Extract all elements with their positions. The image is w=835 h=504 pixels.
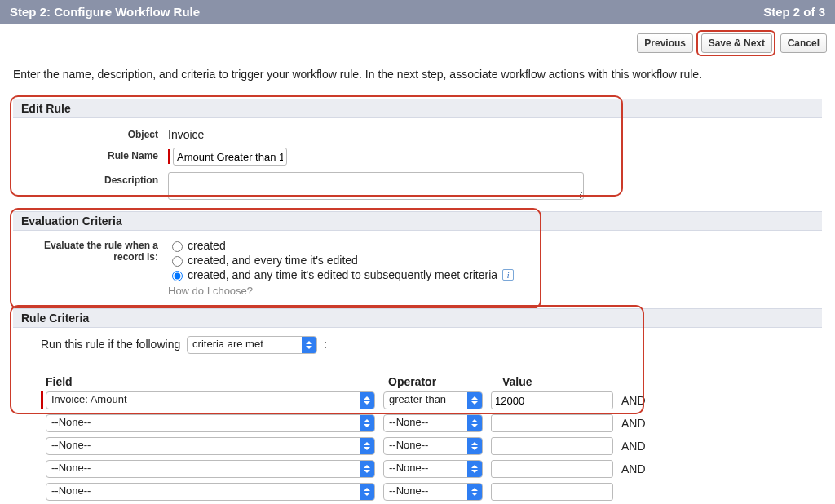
col-operator-header: Operator bbox=[388, 375, 502, 388]
eval-option-created-edited[interactable]: created, and every time it's edited bbox=[168, 254, 514, 267]
criteria-row: --None-- --None-- AND bbox=[41, 460, 814, 478]
field-select[interactable]: --None-- bbox=[46, 483, 375, 501]
criteria-row: Invoice: Amount greater than AND bbox=[41, 391, 814, 409]
operator-select-value: --None-- bbox=[384, 414, 446, 430]
select-arrows-icon bbox=[360, 438, 374, 454]
operator-select[interactable]: --None-- bbox=[383, 483, 483, 501]
and-text: AND bbox=[621, 394, 646, 407]
select-arrows-icon bbox=[467, 438, 482, 454]
toolbar: Previous Save & Next Cancel bbox=[0, 24, 835, 60]
eval-radio-created-edited[interactable] bbox=[172, 256, 183, 267]
required-bar-icon bbox=[41, 391, 43, 409]
eval-radio-created[interactable] bbox=[172, 241, 183, 252]
select-arrows-icon bbox=[360, 392, 374, 409]
operator-select[interactable]: --None-- bbox=[383, 437, 483, 455]
description-label: Description bbox=[21, 172, 168, 186]
field-select-value: --None-- bbox=[46, 483, 108, 498]
field-select-value: --None-- bbox=[46, 437, 108, 453]
rule-name-label: Rule Name bbox=[21, 148, 168, 161]
field-select[interactable]: --None-- bbox=[46, 414, 375, 432]
description-textarea[interactable] bbox=[168, 172, 584, 200]
how-do-i-choose-link[interactable]: How do I choose? bbox=[168, 285, 514, 297]
evaluation-criteria-panel: Evaluation Criteria Evaluate the rule wh… bbox=[13, 211, 822, 300]
eval-option-label: created, and any time it's edited to sub… bbox=[188, 268, 497, 281]
field-select-value: Invoice: Amount bbox=[46, 391, 145, 407]
select-arrows-icon bbox=[467, 392, 482, 409]
info-icon[interactable]: i bbox=[502, 269, 514, 281]
field-select[interactable]: --None-- bbox=[46, 460, 375, 478]
select-arrows-icon bbox=[360, 461, 374, 477]
step-title: Step 2: Configure Workflow Rule bbox=[10, 5, 200, 19]
select-arrows-icon bbox=[360, 415, 374, 431]
select-arrows-icon bbox=[467, 484, 482, 500]
step-progress: Step 2 of 3 bbox=[763, 5, 825, 19]
operator-select-value: --None-- bbox=[384, 460, 446, 475]
eval-radio-created-meet[interactable] bbox=[172, 271, 183, 281]
select-arrows-icon bbox=[467, 415, 482, 431]
operator-select-value: --None-- bbox=[384, 437, 446, 453]
criteria-mode-value: criteria are met bbox=[188, 336, 281, 351]
highlight-ring: Save & Next bbox=[696, 30, 775, 56]
evaluation-heading: Evaluation Criteria bbox=[13, 211, 822, 231]
operator-select[interactable]: --None-- bbox=[383, 414, 483, 432]
criteria-row: --None-- --None-- AND bbox=[41, 437, 814, 455]
field-select-value: --None-- bbox=[46, 460, 108, 475]
criteria-intro-suffix: : bbox=[324, 338, 327, 351]
object-label: Object bbox=[21, 126, 168, 140]
value-input[interactable] bbox=[491, 437, 613, 455]
field-select[interactable]: --None-- bbox=[46, 437, 375, 455]
object-value: Invoice bbox=[168, 126, 204, 141]
required-bar-icon bbox=[168, 149, 170, 164]
criteria-row: --None-- --None-- AND bbox=[41, 414, 814, 432]
previous-button[interactable]: Previous bbox=[637, 33, 693, 53]
edit-rule-panel: Edit Rule Object Invoice Rule Name Descr… bbox=[13, 99, 822, 203]
value-input[interactable] bbox=[491, 460, 613, 478]
col-value-header: Value bbox=[502, 375, 641, 388]
and-text: AND bbox=[621, 417, 646, 430]
operator-select[interactable]: greater than bbox=[383, 391, 483, 409]
select-arrows-icon bbox=[360, 484, 374, 500]
rule-criteria-heading: Rule Criteria bbox=[13, 308, 822, 328]
eval-option-created-meet[interactable]: created, and any time it's edited to sub… bbox=[168, 268, 514, 281]
criteria-intro-prefix: Run this rule if the following bbox=[41, 338, 180, 351]
eval-option-label: created bbox=[188, 239, 226, 252]
eval-option-label: created, and every time it's edited bbox=[188, 254, 358, 267]
criteria-mode-select[interactable]: criteria are met bbox=[187, 336, 317, 354]
operator-select-value: --None-- bbox=[384, 483, 446, 498]
eval-option-created[interactable]: created bbox=[168, 239, 514, 252]
evaluate-label: Evaluate the rule when a record is: bbox=[21, 237, 168, 263]
save-next-button[interactable]: Save & Next bbox=[701, 33, 772, 53]
criteria-row: --None-- --None-- bbox=[41, 483, 814, 501]
field-select-value: --None-- bbox=[46, 414, 108, 430]
value-input[interactable] bbox=[491, 414, 613, 432]
cancel-button[interactable]: Cancel bbox=[780, 33, 827, 53]
rule-criteria-panel: Rule Criteria Run this rule if the follo… bbox=[13, 308, 822, 504]
value-input[interactable] bbox=[491, 483, 613, 501]
instructions-text: Enter the name, description, and criteri… bbox=[0, 60, 835, 94]
operator-select[interactable]: --None-- bbox=[383, 460, 483, 478]
and-text: AND bbox=[621, 462, 646, 475]
rule-name-input[interactable] bbox=[173, 148, 287, 166]
operator-select-value: greater than bbox=[384, 391, 464, 407]
and-text: AND bbox=[621, 440, 646, 453]
value-input[interactable] bbox=[491, 391, 613, 409]
field-select[interactable]: Invoice: Amount bbox=[46, 391, 375, 409]
criteria-table: Field Operator Value Invoice: Amount gre… bbox=[13, 357, 822, 504]
col-field-header: Field bbox=[46, 375, 388, 388]
edit-rule-heading: Edit Rule bbox=[13, 99, 822, 118]
step-header: Step 2: Configure Workflow Rule Step 2 o… bbox=[0, 0, 835, 24]
criteria-intro: Run this rule if the following criteria … bbox=[13, 328, 822, 357]
select-arrows-icon bbox=[302, 337, 316, 353]
select-arrows-icon bbox=[467, 461, 482, 477]
